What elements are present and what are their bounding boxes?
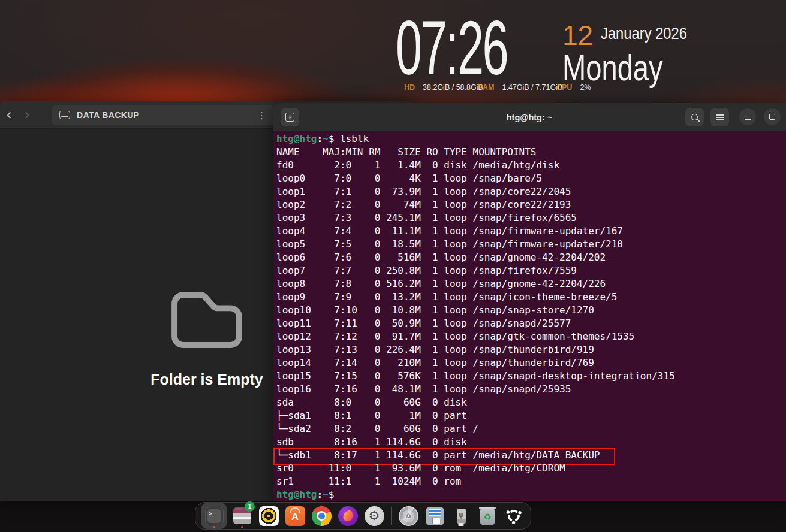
menu-button[interactable] — [710, 108, 729, 126]
new-tab-button[interactable]: + — [281, 108, 299, 126]
terminal-prompt-line: htg@htg:~$ lsblk — [276, 132, 786, 146]
dock-item-chrome[interactable] — [310, 503, 333, 529]
terminal-output-line: loop0 7:0 0 4K 1 loop /snap/bare/5 — [276, 172, 786, 185]
floppy-disk-icon — [426, 507, 444, 525]
dock-item-floppy[interactable] — [423, 503, 446, 529]
terminal-viewport[interactable]: htg@htg:~$ lsblkNAME MAJ:MIN RM SIZE RO … — [273, 132, 786, 501]
cdrom-disc-icon — [399, 506, 418, 526]
terminal-output-line: loop3 7:3 0 245.1M 1 loop /snap/firefox/… — [276, 211, 786, 225]
ram-stat-value: 1.47GiB / 7.71GiB — [502, 83, 562, 92]
minimize-button[interactable] — [739, 108, 756, 125]
terminal-output-line: NAME MAJ:MIN RM SIZE RO TYPE MOUNTPOINTS — [276, 146, 786, 159]
drive-icon — [59, 111, 70, 119]
terminal-output-line: loop10 7:10 0 10.8M 1 loop /snap/snap-st… — [276, 304, 786, 317]
hamburger-icon — [716, 114, 724, 120]
terminal-output-line: sr1 11:1 1 1024M 0 rom — [276, 475, 786, 488]
dock-item-usb-drive[interactable]: ψ — [450, 503, 472, 529]
terminal-output-line: loop1 7:1 0 73.9M 1 loop /snap/core22/20… — [276, 185, 786, 198]
music-player-icon — [259, 506, 279, 526]
terminal-output-line-highlighted: └─sdb1 8:17 1 114.6G 0 part /media/htg/D… — [276, 449, 786, 462]
path-menu-button[interactable]: ⋮ — [256, 110, 267, 121]
dock-item-app-center[interactable]: A — [284, 503, 306, 529]
dock-item-thunderbird[interactable] — [336, 503, 359, 529]
settings-gear-icon: ⚙ — [365, 506, 384, 526]
terminal-output-line: fd0 2:0 1 1.4M 0 disk /media/htg/disk — [276, 159, 786, 172]
current-location-label: DATA BACKUP — [77, 110, 139, 120]
empty-folder-icon — [164, 282, 249, 355]
terminal-prompt-line: htg@htg:~$ — [276, 488, 786, 501]
kebab-icon: ⋮ — [257, 110, 266, 120]
terminal-output-line: ├─sda1 8:1 0 1M 0 part — [276, 409, 786, 422]
terminal-output-line: sda 8:0 0 60G 0 disk — [276, 396, 786, 409]
terminal-output-line: loop11 7:11 0 50.9M 1 loop /snap/snapd/2… — [276, 317, 786, 330]
search-button[interactable] — [685, 108, 704, 126]
terminal-output-line: loop4 7:4 0 11.1M 1 loop /snap/firmware-… — [276, 225, 786, 238]
forward-chevron-icon: › — [25, 107, 29, 122]
terminal-output-line: └─sda2 8:2 0 60G 0 part / — [276, 422, 786, 436]
terminal-output-line: loop2 7:2 0 74M 1 loop /snap/core22/2193 — [276, 198, 786, 211]
hd-stat-value: 38.2GiB / 58.8GiB — [423, 83, 483, 92]
terminal-output-line: sr0 11:0 1 93.6M 0 rom /media/htg/CDROM — [276, 462, 786, 475]
terminal-output-line: loop8 7:8 0 516.2M 1 loop /snap/gnome-42… — [276, 277, 786, 291]
minimize-icon — [745, 119, 751, 120]
terminal-headerbar: + htg@htg: ~ — [273, 103, 786, 131]
notification-badge: 1 — [245, 501, 255, 512]
dock-separator — [391, 507, 392, 525]
dock: >_1A⚙ψ♻ — [195, 502, 531, 530]
hd-stat-label: HD — [404, 83, 415, 92]
search-icon — [691, 114, 698, 120]
terminal-title: htg@htg: ~ — [273, 103, 786, 131]
terminal-output: htg@htg:~$ lsblkNAME MAJ:MIN RM SIZE RO … — [276, 132, 786, 501]
terminal-output-line: loop15 7:15 0 576K 1 loop /snap/snapd-de… — [276, 370, 786, 383]
dock-item-files[interactable]: 1 — [231, 503, 254, 529]
path-bar[interactable]: DATA BACKUP ⋮ — [52, 105, 275, 125]
cpu-stat-label: CPU — [556, 83, 572, 92]
cpu-stat-value: 2% — [580, 83, 591, 92]
chrome-icon — [312, 506, 332, 526]
trash-icon: ♻ — [480, 509, 495, 525]
app-center-icon: A — [285, 506, 305, 526]
terminal-output-line: loop13 7:13 0 226.4M 1 loop /snap/thunde… — [276, 343, 786, 356]
clock-weekday: Monday — [562, 49, 666, 86]
terminal-output-line: loop5 7:5 0 18.5M 1 loop /snap/firmware-… — [276, 238, 786, 251]
terminal-icon: >_ — [205, 507, 224, 525]
back-chevron-icon: ‹ — [7, 107, 11, 122]
ram-stat-label: RAM — [477, 83, 494, 92]
maximize-button[interactable] — [764, 108, 781, 125]
dock-item-settings[interactable]: ⚙ — [363, 503, 386, 529]
terminal-output-line: loop12 7:12 0 91.7M 1 loop /snap/gtk-com… — [276, 330, 786, 343]
ubuntu-logo-icon — [504, 506, 524, 526]
terminal-output-line: loop14 7:14 0 210M 1 loop /snap/thunderb… — [276, 356, 786, 370]
terminal-output-line: loop7 7:7 0 250.8M 1 loop /snap/firefox/… — [276, 264, 786, 277]
terminal-output-line: loop6 7:6 0 516M 1 loop /snap/gnome-42-2… — [276, 251, 786, 264]
clock-day-number: 12 — [562, 24, 593, 47]
dock-item-trash[interactable]: ♻ — [476, 503, 499, 529]
terminal-output-line: sdb 8:16 1 114.6G 0 disk — [276, 436, 786, 449]
terminal-output-line: loop16 7:16 0 48.1M 1 loop /snap/snapd/2… — [276, 383, 786, 396]
new-tab-icon: + — [285, 113, 294, 122]
desktop: 07:26 12 January 2026 Monday HD 38.2GiB … — [0, 0, 786, 532]
dock-item-cdrom[interactable] — [397, 503, 420, 529]
clock-widget: 07:26 12 January 2026 Monday HD 38.2GiB … — [396, 17, 731, 98]
terminal-output-line: loop9 7:9 0 13.2M 1 loop /snap/icon-them… — [276, 291, 786, 304]
forward-button[interactable]: › — [18, 105, 36, 123]
clock-time: 07:26 — [396, 17, 499, 86]
back-button[interactable]: ‹ — [0, 105, 18, 123]
terminal-window: + htg@htg: ~ htg@htg:~$ lsblkNAME MAJ:MI… — [273, 103, 786, 501]
usb-drive-icon: ψ — [457, 509, 466, 524]
maximize-icon — [769, 114, 775, 120]
clock-month-year: January 2026 — [601, 25, 687, 43]
dock-item-rhythmbox[interactable] — [257, 503, 280, 529]
dock-item-ubuntu-desktop[interactable] — [502, 503, 525, 529]
dock-item-terminal[interactable]: >_ — [201, 503, 227, 529]
thunderbird-icon — [338, 506, 358, 526]
